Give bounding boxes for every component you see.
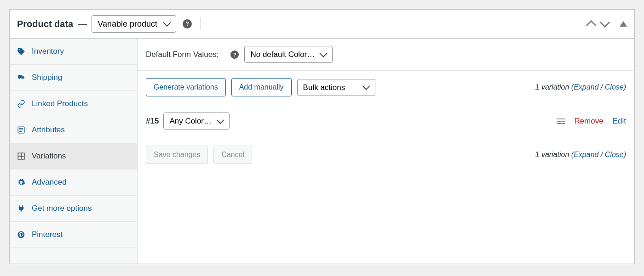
header-divider (200, 17, 201, 30)
variation-row: #15 Any Color… Remove Edit (138, 104, 634, 138)
generate-variations-button[interactable]: Generate variations (146, 78, 226, 96)
default-form-select[interactable]: No default Color… (244, 46, 333, 63)
chevron-up-icon[interactable] (586, 20, 597, 31)
gear-icon (17, 178, 25, 186)
expand-link[interactable]: Expand (574, 151, 598, 158)
sidebar-item-label: Shipping (32, 73, 62, 82)
bulk-actions-select[interactable]: Bulk actions (297, 79, 375, 96)
cancel-button[interactable]: Cancel (213, 146, 252, 164)
close-link[interactable]: Close (605, 151, 624, 158)
expand-link[interactable]: Expand (574, 83, 598, 91)
help-icon[interactable]: ? (230, 51, 239, 59)
sidebar-item-linked-products[interactable]: Linked Products (10, 91, 137, 117)
variation-count-bottom: 1 variation (Expand / Close) (535, 151, 626, 159)
sidebar-item-label: Advanced (32, 178, 67, 187)
sidebar-item-attributes[interactable]: Attributes (10, 117, 137, 143)
close-link[interactable]: Close (605, 83, 624, 91)
pinterest-icon (17, 231, 25, 239)
variations-toolbar: Generate variations Add manually Bulk ac… (138, 71, 634, 104)
sidebar: Inventory Shipping Linked Products Attri… (10, 39, 138, 264)
grid-icon (17, 152, 25, 160)
sidebar-item-label: Pinterest (32, 230, 63, 239)
add-manually-button[interactable]: Add manually (231, 78, 292, 96)
plug-icon (17, 204, 25, 213)
sidebar-item-get-more-options[interactable]: Get more options (10, 196, 137, 222)
sidebar-item-shipping[interactable]: Shipping (10, 65, 137, 91)
remove-link[interactable]: Remove (574, 117, 603, 126)
variation-attribute-select[interactable]: Any Color… (163, 113, 230, 130)
sidebar-item-label: Variations (32, 152, 66, 161)
list-icon (17, 126, 25, 134)
sidebar-item-label: Attributes (32, 125, 65, 135)
product-data-panel: Product data — Variable product ? Invent… (9, 9, 635, 264)
svg-rect-3 (19, 131, 22, 132)
collapse-panel-icon[interactable] (620, 21, 627, 27)
save-changes-button[interactable]: Save changes (146, 146, 208, 164)
title-dash: — (78, 19, 87, 29)
truck-icon (17, 73, 25, 82)
panel-title: Product data (17, 19, 73, 29)
sidebar-item-label: Get more options (32, 204, 92, 213)
edit-link[interactable]: Edit (613, 117, 626, 126)
sidebar-item-pinterest[interactable]: Pinterest (10, 222, 137, 248)
drag-handle-icon[interactable] (557, 118, 565, 124)
panel-header-controls (587, 19, 627, 29)
help-icon[interactable]: ? (183, 19, 192, 28)
variation-actions: Remove Edit (557, 117, 626, 126)
variation-count-top: 1 variation (Expand / Close) (535, 83, 626, 91)
default-form-values-label: Default Form Values: (146, 50, 218, 59)
default-form-values-row: Default Form Values: ? No default Color… (138, 39, 634, 71)
sidebar-item-label: Linked Products (32, 99, 88, 108)
svg-rect-1 (19, 128, 23, 129)
panel-header: Product data — Variable product ? (10, 10, 634, 39)
chevron-down-icon[interactable] (600, 17, 610, 28)
variation-id: #15 (146, 117, 159, 126)
tag-icon (17, 47, 25, 56)
link-icon (17, 100, 25, 108)
panel-body: Inventory Shipping Linked Products Attri… (10, 39, 634, 264)
product-type-select[interactable]: Variable product (92, 15, 176, 33)
variations-footer: Save changes Cancel 1 variation (Expand … (138, 138, 634, 171)
sidebar-item-label: Inventory (32, 47, 64, 56)
content-area: Default Form Values: ? No default Color…… (138, 39, 634, 264)
sidebar-item-inventory[interactable]: Inventory (10, 39, 137, 65)
sidebar-item-advanced[interactable]: Advanced (10, 169, 137, 196)
svg-rect-2 (19, 130, 23, 130)
sidebar-item-variations[interactable]: Variations (10, 143, 137, 169)
